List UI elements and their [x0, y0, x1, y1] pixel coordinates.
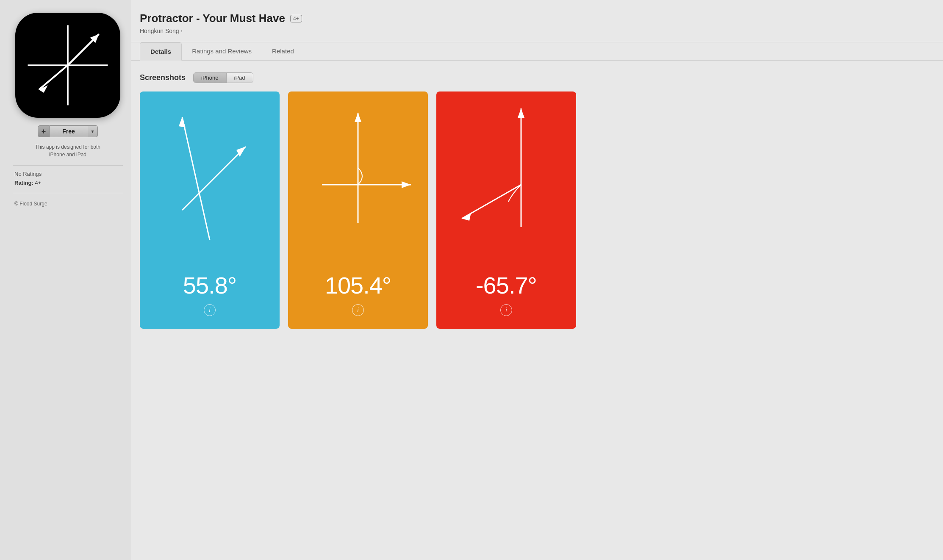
svg-marker-11 — [355, 113, 361, 122]
tab-ratings[interactable]: Ratings and Reviews — [182, 42, 262, 61]
screenshots-grid: 55.8° i — [140, 91, 935, 329]
developer-chevron: › — [181, 28, 183, 34]
tab-related[interactable]: Related — [262, 42, 304, 61]
copyright: © Flood Surge — [13, 201, 47, 207]
app-compatibility: This app is designed for bothiPhone and … — [35, 143, 100, 158]
rating-value: 4+ — [35, 180, 41, 186]
app-icon — [15, 13, 120, 118]
sidebar: + Free ▼ This app is designed for bothiP… — [0, 0, 131, 560]
svg-line-8 — [182, 147, 246, 210]
screenshot-angle-3: -65.7° — [476, 272, 537, 299]
price-button[interactable]: Free — [50, 125, 88, 137]
screenshots-header: Screenshots iPhone iPad — [140, 72, 935, 83]
age-badge: 4+ — [290, 15, 302, 22]
app-title: Protractor - Your Must Have — [140, 12, 285, 25]
sidebar-divider — [13, 165, 123, 166]
price-plus-button[interactable]: + — [38, 125, 50, 137]
screenshot-angle-1: 55.8° — [183, 272, 236, 299]
svg-marker-17 — [462, 213, 471, 221]
sidebar-divider-2 — [13, 193, 123, 193]
screenshots-section: Screenshots iPhone iPad — [131, 61, 943, 337]
svg-line-6 — [182, 117, 210, 240]
screenshot-info-1: i — [204, 304, 216, 316]
app-title-row: Protractor - Your Must Have 4+ — [140, 12, 926, 25]
device-tabs: iPhone iPad — [193, 72, 253, 83]
svg-line-4 — [39, 65, 68, 90]
device-tab-iphone[interactable]: iPhone — [194, 73, 226, 83]
price-dropdown-button[interactable]: ▼ — [88, 125, 98, 137]
tabs-row: Details Ratings and Reviews Related — [131, 42, 943, 61]
price-row: + Free ▼ — [38, 125, 98, 137]
screenshot-2: 105.4° i — [288, 91, 428, 329]
no-ratings: No Ratings — [13, 171, 42, 177]
device-tab-ipad[interactable]: iPad — [227, 73, 253, 83]
screenshot-1: 55.8° i — [140, 91, 280, 329]
screenshot-canvas-3: -65.7° i — [436, 91, 576, 329]
developer-name: Hongkun Song — [140, 28, 179, 34]
screenshot-3: -65.7° i — [436, 91, 576, 329]
svg-marker-15 — [518, 108, 524, 118]
main-content: Protractor - Your Must Have 4+ Hongkun S… — [131, 0, 943, 560]
svg-marker-7 — [179, 117, 186, 128]
rating-label: Rating: — [14, 180, 35, 186]
page-wrapper: + Free ▼ This app is designed for bothiP… — [0, 0, 943, 560]
screenshots-title: Screenshots — [140, 73, 186, 82]
tab-details[interactable]: Details — [140, 42, 182, 61]
developer-link[interactable]: Hongkun Song › — [140, 28, 926, 34]
screenshot-canvas-1: 55.8° i — [140, 91, 280, 329]
screenshot-angle-2: 105.4° — [325, 272, 391, 299]
svg-marker-13 — [402, 181, 411, 188]
app-header: Protractor - Your Must Have 4+ Hongkun S… — [131, 0, 943, 42]
rating-row: Rating: 4+ — [13, 180, 41, 186]
screenshot-canvas-2: 105.4° i — [288, 91, 428, 329]
screenshot-info-3: i — [500, 304, 512, 316]
screenshot-info-2: i — [352, 304, 364, 316]
